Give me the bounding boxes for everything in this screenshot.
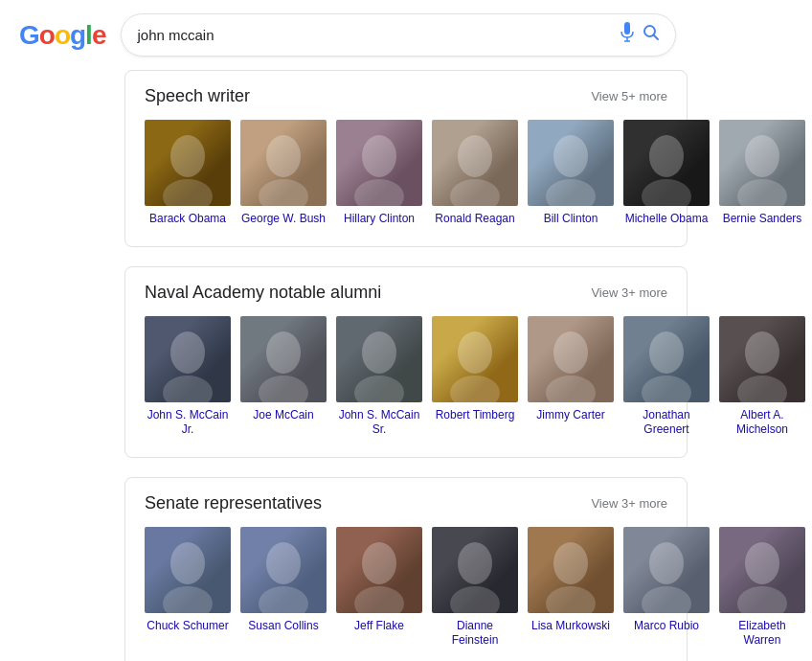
person-photo	[623, 527, 710, 613]
person-item[interactable]: Hillary Clinton	[336, 120, 422, 227]
svg-point-66	[745, 542, 779, 584]
person-photo	[336, 527, 422, 613]
svg-point-33	[362, 331, 396, 374]
person-photo	[145, 527, 231, 613]
svg-rect-0	[624, 22, 630, 34]
svg-point-39	[553, 331, 588, 374]
svg-point-18	[553, 135, 588, 177]
svg-point-57	[458, 542, 492, 584]
view-more-naval-academy[interactable]: View 3+ more	[591, 285, 667, 300]
person-item[interactable]: Jeff Flake	[336, 527, 422, 649]
person-item[interactable]: Jimmy Carter	[528, 316, 614, 438]
person-item[interactable]: Bernie Sanders	[719, 120, 805, 227]
svg-point-60	[553, 542, 588, 584]
person-item[interactable]: Robert Timberg	[432, 316, 518, 438]
person-item[interactable]: Dianne Feinstein	[432, 527, 518, 649]
person-item[interactable]: Barack Obama	[145, 120, 231, 227]
person-photo	[528, 527, 614, 613]
svg-point-21	[649, 135, 684, 177]
person-item[interactable]: Lisa Murkowski	[528, 527, 614, 649]
person-photo	[528, 120, 614, 206]
photo-placeholder	[432, 316, 518, 402]
person-item[interactable]: Jonathan Greenert	[623, 316, 710, 438]
svg-point-42	[649, 331, 684, 374]
person-photo	[240, 120, 327, 206]
photo-placeholder	[240, 120, 327, 206]
person-name: John S. McCain Sr.	[336, 408, 422, 438]
photo-placeholder	[336, 120, 422, 206]
photo-placeholder	[145, 316, 231, 402]
person-name: Jimmy Carter	[536, 408, 604, 423]
svg-point-54	[362, 542, 396, 584]
main-content: Speech writerView 5+ moreBarack ObamaGeo…	[0, 70, 812, 661]
person-name: George W. Bush	[241, 212, 326, 227]
person-name: Ronald Reagan	[435, 212, 514, 227]
microphone-icon[interactable]	[620, 22, 635, 48]
svg-point-48	[170, 542, 205, 584]
person-photo	[240, 316, 327, 402]
person-item[interactable]: George W. Bush	[240, 120, 327, 227]
view-more-senate-reps[interactable]: View 3+ more	[591, 496, 667, 511]
person-photo	[719, 316, 805, 402]
card-senate-reps: Senate representativesView 3+ moreChuck …	[124, 477, 688, 661]
photo-placeholder	[623, 120, 710, 206]
photo-placeholder	[719, 316, 805, 402]
person-photo	[432, 316, 518, 402]
people-grid-naval-academy: John S. McCain Jr.Joe McCainJohn S. McCa…	[145, 316, 667, 438]
photo-placeholder	[432, 527, 518, 613]
people-grid-senate-reps: Chuck SchumerSusan CollinsJeff FlakeDian…	[145, 527, 667, 649]
svg-point-6	[170, 135, 205, 177]
header: Google	[0, 0, 812, 70]
person-photo	[240, 527, 327, 613]
person-photo	[336, 120, 422, 206]
person-name: Albert A. Michelson	[719, 408, 805, 438]
search-input[interactable]	[137, 27, 612, 43]
person-item[interactable]: John S. McCain Jr.	[145, 316, 231, 438]
person-item[interactable]: Ronald Reagan	[432, 120, 518, 227]
person-name: Michelle Obama	[625, 212, 709, 227]
person-item[interactable]: Chuck Schumer	[145, 527, 231, 649]
person-item[interactable]: John S. McCain Sr.	[336, 316, 422, 438]
person-item[interactable]: Albert A. Michelson	[719, 316, 805, 438]
person-name: Hillary Clinton	[344, 212, 415, 227]
photo-placeholder	[528, 316, 614, 402]
person-name: John S. McCain Jr.	[145, 408, 231, 438]
view-more-speech-writer[interactable]: View 5+ more	[591, 89, 667, 103]
photo-placeholder	[240, 316, 327, 402]
person-photo	[623, 316, 710, 402]
svg-point-15	[458, 135, 492, 177]
photo-placeholder	[623, 316, 710, 402]
photo-placeholder	[145, 120, 231, 206]
person-item[interactable]: Marco Rubio	[623, 527, 710, 649]
svg-point-24	[745, 135, 779, 177]
card-header-speech-writer: Speech writerView 5+ more	[145, 86, 667, 106]
person-photo	[145, 316, 231, 402]
photo-placeholder	[623, 527, 710, 613]
person-photo	[623, 120, 710, 206]
person-item[interactable]: Michelle Obama	[623, 120, 710, 227]
svg-point-45	[745, 331, 779, 374]
card-title-senate-reps: Senate representatives	[145, 493, 322, 513]
card-speech-writer: Speech writerView 5+ moreBarack ObamaGeo…	[124, 70, 688, 247]
person-name: Dianne Feinstein	[432, 619, 518, 649]
photo-placeholder	[145, 527, 231, 613]
person-item[interactable]: Joe McCain	[240, 316, 327, 438]
svg-point-9	[266, 135, 301, 177]
search-icon[interactable]	[643, 24, 660, 46]
person-item[interactable]: Elizabeth Warren	[719, 527, 805, 649]
person-name: Bernie Sanders	[723, 212, 802, 227]
person-photo	[719, 527, 805, 613]
svg-line-4	[654, 35, 659, 40]
person-item[interactable]: Susan Collins	[240, 527, 327, 649]
people-grid-speech-writer: Barack ObamaGeorge W. BushHillary Clinto…	[145, 120, 667, 227]
google-logo: Google	[19, 20, 105, 51]
svg-point-12	[362, 135, 396, 177]
photo-placeholder	[336, 527, 422, 613]
photo-placeholder	[719, 120, 805, 206]
card-header-senate-reps: Senate representativesView 3+ more	[145, 493, 667, 513]
card-naval-academy: Naval Academy notable alumniView 3+ more…	[124, 266, 688, 458]
photo-placeholder	[240, 527, 327, 613]
person-photo	[432, 120, 518, 206]
person-photo	[432, 527, 518, 613]
person-item[interactable]: Bill Clinton	[528, 120, 614, 227]
